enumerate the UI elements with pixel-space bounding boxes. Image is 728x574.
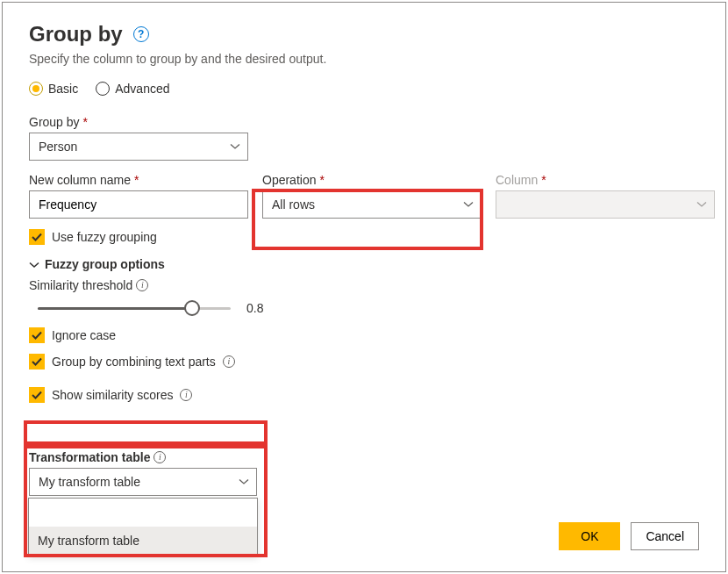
combine-parts-label: Group by combining text parts [52, 355, 216, 369]
chevron-down-icon [696, 199, 707, 210]
operation-value: All rows [272, 197, 315, 212]
threshold-label: Similarity threshold i [29, 278, 699, 292]
group-by-value: Person [39, 140, 77, 154]
trans-table-dropdown: My transform table [28, 498, 258, 556]
cancel-button[interactable]: Cancel [631, 522, 699, 550]
chevron-down-icon [230, 141, 240, 152]
threshold-value: 0.8 [246, 301, 263, 315]
ignore-case-label: Ignore case [52, 328, 116, 342]
radio-basic[interactable]: Basic [29, 82, 78, 96]
trans-table-select[interactable]: My transform table [29, 468, 257, 496]
radio-advanced-label: Advanced [115, 82, 169, 96]
trans-table-value: My transform table [39, 475, 140, 489]
slider-thumb[interactable] [184, 300, 200, 316]
dropdown-item-my-transform[interactable]: My transform table [29, 527, 257, 555]
mode-radio-group: Basic Advanced [29, 82, 699, 96]
dialog-subtitle: Specify the column to group by and the d… [29, 52, 699, 66]
column-label: Column * [496, 173, 715, 187]
new-column-label: New column name * [29, 173, 248, 187]
operation-label: Operation * [262, 173, 482, 187]
use-fuzzy-checkbox[interactable] [29, 229, 45, 245]
info-icon[interactable]: i [180, 389, 192, 401]
highlight-show-scores [24, 420, 268, 445]
operation-select[interactable]: All rows [262, 190, 482, 219]
combine-parts-checkbox[interactable] [29, 354, 45, 370]
chevron-down-icon [239, 477, 249, 487]
chevron-down-icon [463, 199, 474, 210]
chevron-down-icon [29, 259, 39, 269]
ok-button[interactable]: OK [559, 522, 620, 550]
show-scores-label: Show similarity scores [52, 388, 173, 402]
trans-table-label: Transformation table i [29, 450, 262, 464]
column-select [496, 190, 715, 219]
use-fuzzy-label: Use fuzzy grouping [52, 230, 157, 244]
group-by-dialog: Group by ? Specify the column to group b… [2, 2, 726, 572]
group-by-select[interactable]: Person [29, 133, 248, 161]
help-icon[interactable]: ? [133, 26, 149, 42]
fuzzy-options-label: Fuzzy group options [45, 257, 165, 271]
info-icon[interactable]: i [223, 355, 235, 368]
threshold-slider[interactable] [38, 299, 231, 317]
dialog-title: Group by [29, 22, 123, 47]
ignore-case-checkbox[interactable] [29, 327, 45, 343]
dropdown-blank-item[interactable] [29, 499, 257, 527]
radio-advanced[interactable]: Advanced [96, 82, 169, 96]
fuzzy-options-toggle[interactable]: Fuzzy group options [29, 257, 699, 271]
info-icon[interactable]: i [153, 451, 166, 463]
group-by-label: Group by * [29, 115, 699, 129]
new-column-input[interactable] [29, 190, 248, 219]
info-icon[interactable]: i [136, 279, 148, 291]
radio-basic-label: Basic [48, 82, 78, 96]
show-scores-checkbox[interactable] [29, 387, 45, 403]
